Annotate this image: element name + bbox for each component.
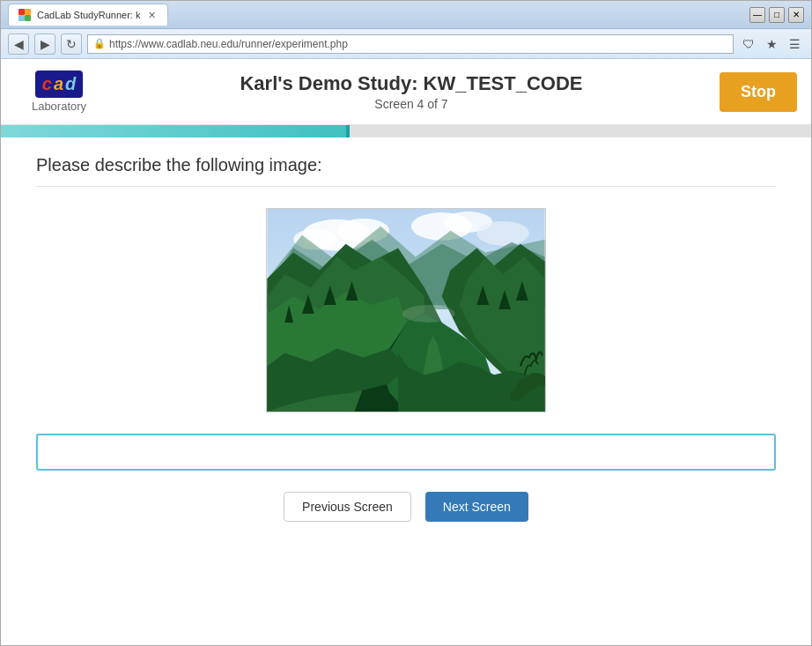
maximize-button[interactable]: □ xyxy=(769,7,785,23)
svg-point-10 xyxy=(476,221,528,246)
progress-bar-area xyxy=(1,125,811,137)
address-text: https://www.cadlab.neu.edu/runner/experi… xyxy=(109,38,348,50)
title-bar-controls: — □ ✕ xyxy=(749,7,804,23)
forward-button[interactable]: ▶ xyxy=(34,33,55,55)
refresh-button[interactable]: ↻ xyxy=(61,33,82,55)
nav-extra-icons: 🛡 ★ ☰ xyxy=(739,34,804,54)
url-secure: https:// xyxy=(109,38,141,50)
screen-info: Screen 4 of 7 xyxy=(103,97,720,111)
mountain-image xyxy=(266,208,546,412)
mountain-svg xyxy=(267,209,545,412)
svg-rect-0 xyxy=(18,9,25,15)
address-bar[interactable]: 🔒 https://www.cadlab.neu.edu/runner/expe… xyxy=(87,34,734,54)
browser-window: CadLab StudyRunner: k ✕ — □ ✕ ◀ ▶ ↻ 🔒 ht… xyxy=(0,0,812,646)
bookmark-icon[interactable]: ★ xyxy=(762,34,781,54)
question-text: Please describe the following image: xyxy=(36,155,776,187)
nav-bar: ◀ ▶ ↻ 🔒 https://www.cadlab.neu.edu/runne… xyxy=(1,29,811,59)
previous-screen-button[interactable]: Previous Screen xyxy=(284,492,411,522)
page-content: c a d Laboratory Karl's Demo Study: KW_T… xyxy=(1,59,811,645)
next-screen-button[interactable]: Next Screen xyxy=(425,492,528,522)
svg-rect-3 xyxy=(25,15,31,21)
logo-c: c xyxy=(42,74,52,94)
logo-a: a xyxy=(54,74,63,94)
progress-bar-fill xyxy=(1,125,350,137)
app-header: c a d Laboratory Karl's Demo Study: KW_T… xyxy=(1,59,811,125)
logo-label: Laboratory xyxy=(32,100,86,113)
button-row: Previous Screen Next Screen xyxy=(36,492,776,539)
logo-box: c a d xyxy=(35,71,83,98)
study-title: Karl's Demo Study: KW_TEST_CODE xyxy=(103,72,720,95)
image-container xyxy=(36,208,776,412)
description-input[interactable] xyxy=(36,434,776,471)
svg-rect-2 xyxy=(18,15,25,21)
main-body: Please describe the following image: xyxy=(1,137,811,645)
url-domain: www.cadlab.neu.edu xyxy=(141,38,239,50)
svg-rect-1 xyxy=(25,9,31,15)
close-button[interactable]: ✕ xyxy=(788,7,804,23)
tab-title: CadLab StudyRunner: k xyxy=(37,10,140,20)
logo-d: d xyxy=(65,74,76,94)
tab-close-button[interactable]: ✕ xyxy=(145,9,159,22)
menu-icon[interactable]: ☰ xyxy=(785,34,804,54)
minimize-button[interactable]: — xyxy=(749,7,765,23)
url-path: /runner/experiment.php xyxy=(239,38,348,50)
logo-area: c a d Laboratory xyxy=(15,71,103,113)
header-title-area: Karl's Demo Study: KW_TEST_CODE Screen 4… xyxy=(103,72,720,111)
stop-button[interactable]: Stop xyxy=(720,72,797,112)
title-bar: CadLab StudyRunner: k ✕ — □ ✕ xyxy=(1,1,811,29)
tab-favicon xyxy=(18,8,32,22)
back-button[interactable]: ◀ xyxy=(8,33,29,55)
secure-icon: 🔒 xyxy=(93,38,106,49)
svg-point-31 xyxy=(402,305,454,323)
browser-tab[interactable]: CadLab StudyRunner: k ✕ xyxy=(8,4,168,26)
adblock-icon[interactable]: 🛡 xyxy=(739,34,758,54)
